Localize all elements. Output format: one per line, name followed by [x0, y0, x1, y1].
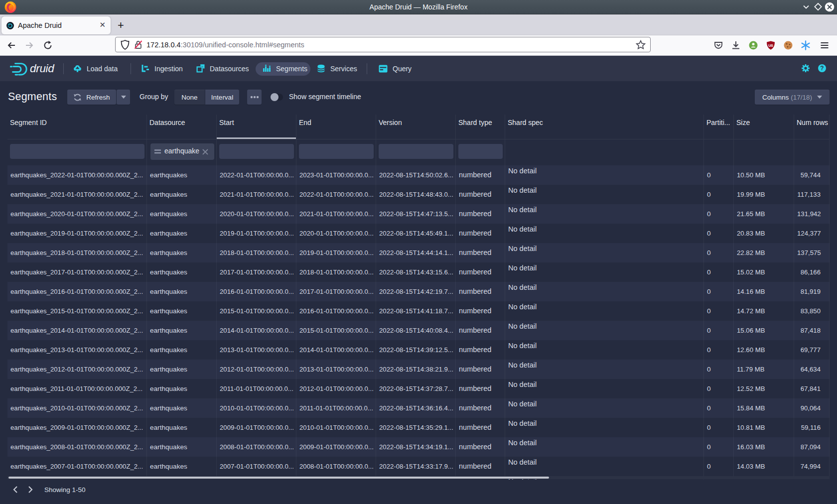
svg-text:U0: U0	[768, 43, 773, 48]
svg-text:druid: druid	[30, 62, 55, 75]
svg-text:?: ?	[820, 65, 824, 72]
